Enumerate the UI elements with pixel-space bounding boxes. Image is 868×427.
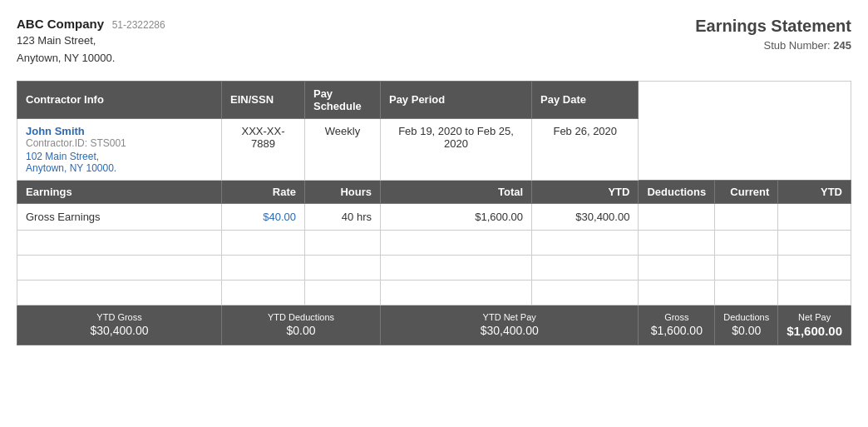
summary-row: YTD Gross $30,400.00 YTD Deductions $0.0… (17, 305, 851, 345)
th-pay-schedule: Pay Schedule (304, 81, 380, 118)
earnings-name-cell: Gross Earnings (17, 203, 222, 230)
deductions-name-cell (639, 203, 715, 230)
contractor-header-row: Contractor Info EIN/SSN Pay Schedule Pay… (17, 81, 851, 118)
company-ein: 51-2322286 (112, 19, 165, 31)
stub-label: Stub Number: (763, 39, 830, 52)
ytd-gross-value: $30,400.00 (26, 324, 213, 337)
th-ytd2: YTD (778, 180, 851, 203)
main-table: Contractor Info EIN/SSN Pay Schedule Pay… (17, 81, 851, 345)
gross-label: Gross (647, 312, 706, 322)
net-pay-cell: Net Pay $1,600.00 (778, 305, 851, 345)
contractor-data-row: John Smith Contractor.ID: STS001 102 Mai… (17, 118, 851, 180)
th-total: Total (380, 180, 531, 203)
pay-schedule-cell: Weekly (304, 118, 380, 180)
stub-number: 245 (833, 39, 851, 52)
gross-value: $1,600.00 (647, 324, 706, 337)
deductions-current-cell (715, 203, 778, 230)
ytd-deductions-label: YTD Deductions (230, 312, 372, 322)
th-deductions: Deductions (639, 180, 715, 203)
contractor-id: Contractor.ID: STS001 (26, 137, 213, 149)
earnings-rate-cell: $40.00 (222, 203, 305, 230)
net-pay-value: $1,600.00 (787, 324, 842, 338)
deductions-ytd-cell (778, 203, 851, 230)
page-header: ABC Company 51-2322286 123 Main Street, … (17, 17, 851, 67)
earnings-data-row: Gross Earnings $40.00 40 hrs $1,600.00 $… (17, 203, 851, 230)
th-hours: Hours (304, 180, 380, 203)
ytd-gross-cell: YTD Gross $30,400.00 (17, 305, 222, 345)
th-rate: Rate (222, 180, 305, 203)
ytd-gross-label: YTD Gross (26, 312, 213, 322)
th-current: Current (715, 180, 778, 203)
ytd-deductions-value: $0.00 (230, 324, 372, 337)
th-contractor-info: Contractor Info (17, 81, 222, 118)
ytd-net-pay-value: $30,400.00 (389, 324, 629, 337)
ytd-net-pay-cell: YTD Net Pay $30,400.00 (380, 305, 638, 345)
empty-row-2 (17, 255, 851, 280)
net-pay-label: Net Pay (787, 312, 842, 322)
th-pay-date: Pay Date (532, 81, 639, 118)
contractor-address: 102 Main Street, Anytown, NY 10000. (26, 151, 213, 174)
ytd-deductions-cell: YTD Deductions $0.00 (222, 305, 381, 345)
ytd-net-pay-label: YTD Net Pay (389, 312, 629, 322)
contractor-name: John Smith (26, 125, 213, 137)
company-name: ABC Company (17, 17, 104, 31)
earnings-ytd-cell: $30,400.00 (532, 203, 639, 230)
earnings-statement-header: Earnings Statement Stub Number: 245 (695, 17, 851, 52)
contractor-info-cell: John Smith Contractor.ID: STS001 102 Mai… (17, 118, 222, 180)
deductions-label: Deductions (723, 312, 769, 322)
th-ytd: YTD (532, 180, 639, 203)
company-address-line2: Anytown, NY 10000. (17, 50, 165, 67)
gross-cell: Gross $1,600.00 (639, 305, 715, 345)
company-address-line1: 123 Main Street, (17, 32, 165, 50)
deductions-cell: Deductions $0.00 (715, 305, 778, 345)
company-info: ABC Company 51-2322286 123 Main Street, … (17, 17, 165, 67)
earnings-sub-header-row: Earnings Rate Hours Total YTD Deductions… (17, 180, 851, 203)
statement-title: Earnings Statement (695, 17, 851, 36)
th-earnings: Earnings (17, 180, 222, 203)
pay-date-cell: Feb 26, 2020 (532, 118, 639, 180)
ein-ssn-cell: XXX-XX-7889 (222, 118, 305, 180)
deductions-value: $0.00 (723, 324, 769, 337)
empty-row-3 (17, 280, 851, 305)
stub-number-line: Stub Number: 245 (695, 39, 851, 52)
earnings-total-cell: $1,600.00 (380, 203, 531, 230)
pay-period-cell: Feb 19, 2020 to Feb 25, 2020 (380, 118, 531, 180)
th-pay-period: Pay Period (380, 81, 531, 118)
th-ein-ssn: EIN/SSN (222, 81, 305, 118)
earnings-hours-cell: 40 hrs (304, 203, 380, 230)
empty-row-1 (17, 230, 851, 255)
